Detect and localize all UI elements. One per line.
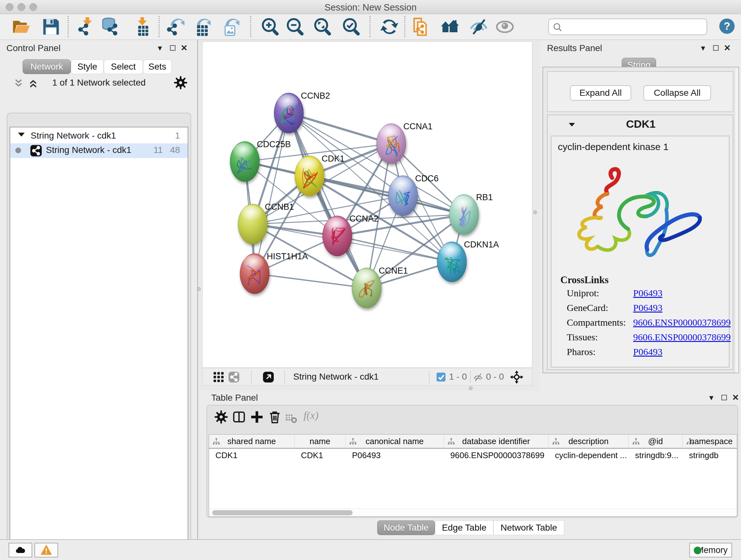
column-header-shared-name[interactable]: shared name (209, 435, 294, 449)
crosslink-link[interactable]: 9606.ENSP00000378699 (633, 332, 731, 343)
export-table-icon[interactable] (192, 17, 211, 37)
table-options-gear-icon[interactable] (214, 410, 228, 424)
table-cell[interactable]: CDK1 (299, 450, 345, 460)
column-header-namespace[interactable]: namespace (683, 435, 737, 449)
table-cell[interactable]: CDK1 (213, 450, 294, 460)
zoom-fit-icon[interactable] (313, 17, 333, 37)
hidden-eye-icon[interactable] (473, 372, 483, 383)
network-node-RB1[interactable] (449, 194, 479, 235)
crosslink-link[interactable]: P06493 (633, 347, 663, 357)
export-network-icon[interactable] (165, 17, 185, 37)
delete-table-icon[interactable] (285, 411, 297, 425)
import-network-database-icon[interactable] (102, 17, 121, 37)
tab-sets[interactable]: Sets (143, 59, 172, 74)
network-collection-row[interactable]: String Network - cdk1 1 (10, 129, 188, 143)
home-icon[interactable] (441, 17, 460, 37)
bottom-splitter-handle[interactable] (469, 386, 473, 390)
tab-network-table[interactable]: Network Table (493, 520, 564, 535)
column-header-id[interactable]: @id (629, 435, 683, 449)
network-node-CCNB2[interactable] (274, 93, 304, 133)
left-splitter-handle[interactable] (197, 287, 201, 291)
results-panel-float-icon[interactable]: ▾ (697, 43, 709, 53)
help-button[interactable]: ? (719, 18, 735, 34)
tab-node-table[interactable]: Node Table (377, 520, 435, 535)
table-cell[interactable]: stringdb (687, 450, 737, 460)
network-node-CDK1[interactable] (295, 156, 324, 196)
memory-button[interactable]: Memory (689, 543, 732, 557)
warnings-button[interactable] (35, 543, 58, 557)
import-network-file-icon[interactable] (77, 17, 96, 37)
crosslink-link[interactable]: P06493 (633, 288, 663, 299)
crosslink-link[interactable]: 9606.ENSP00000378699 (633, 317, 731, 328)
right-splitter-handle[interactable] (533, 210, 537, 214)
show-hide-panel-icon[interactable] (495, 17, 515, 37)
delete-column-trash-icon[interactable] (268, 410, 282, 424)
network-node-CDC6[interactable] (388, 176, 418, 216)
network-edge[interactable] (337, 236, 452, 262)
table-cell[interactable]: P06493 (350, 450, 443, 460)
network-edge[interactable] (289, 113, 367, 288)
birdseye-grid-icon[interactable] (213, 371, 224, 383)
open-session-icon[interactable] (12, 17, 31, 37)
collapse-all-button[interactable]: Collapse All (643, 85, 711, 101)
tab-edge-table[interactable]: Edge Table (435, 520, 493, 535)
table-panel-close-icon[interactable]: ✕ (730, 393, 741, 402)
network-edge[interactable] (289, 113, 391, 144)
column-header-name[interactable]: name (294, 435, 346, 449)
tab-style[interactable]: Style (71, 59, 104, 74)
results-scrollbar[interactable] (735, 68, 738, 373)
function-builder-icon[interactable]: f(x) (304, 409, 319, 422)
column-header-description[interactable]: description (549, 435, 629, 449)
tab-select[interactable]: Select (104, 59, 143, 74)
refresh-icon[interactable] (380, 17, 399, 37)
export-image-icon[interactable] (220, 17, 239, 37)
table-cell[interactable]: stringdb:9... (633, 450, 682, 460)
crosslink-link[interactable]: P06493 (633, 302, 663, 313)
control-panel-float-icon[interactable]: ▾ (154, 43, 165, 53)
string-results-box: Expand All Collapse All CDK1 cyclin-depe… (542, 67, 739, 373)
cloud-button[interactable] (9, 543, 32, 557)
network-node-CDC25B[interactable] (230, 141, 259, 182)
network-node-CCNA1[interactable] (377, 124, 406, 164)
fit-selected-crosshair-icon[interactable] (510, 370, 524, 384)
show-graphics-details-icon[interactable] (469, 17, 488, 37)
save-session-icon[interactable] (42, 17, 61, 37)
control-panel-restore-icon[interactable]: ◻ (167, 43, 178, 52)
table-cell[interactable]: cyclin-dependent ... (553, 450, 628, 460)
results-panel-close-icon[interactable]: ✕ (722, 43, 733, 53)
network-row-selected[interactable]: String Network - cdk1 11 48 (10, 143, 188, 158)
table-horizontal-scrollbar[interactable] (209, 509, 737, 516)
create-column-icon[interactable] (250, 410, 264, 424)
scrollbar-thumb[interactable] (212, 510, 353, 515)
table-cell[interactable]: 9606.ENSP00000378699 (448, 450, 548, 460)
zoom-out-icon[interactable] (286, 17, 305, 37)
selected-checkbox-icon[interactable] (436, 372, 446, 382)
table-panel: Table Panel ▾ ◻ ✕ f(x) shared namenameca… (200, 391, 741, 539)
tab-network[interactable]: Network (23, 59, 71, 74)
control-panel-close-icon[interactable]: ✕ (179, 43, 190, 53)
search-input[interactable] (566, 20, 703, 33)
network-edge[interactable] (255, 273, 367, 288)
hidden-count: 0 - 0 (486, 372, 504, 382)
show-columns-icon[interactable] (232, 410, 246, 424)
column-header-database-identifier[interactable]: database identifier (444, 435, 549, 449)
network-node-CCNA2[interactable] (323, 216, 352, 256)
copy-network-view-icon[interactable] (412, 17, 431, 37)
collection-expand-caret-icon[interactable] (17, 130, 26, 139)
network-options-gear-icon[interactable] (174, 76, 188, 90)
table-panel-float-icon[interactable]: ▾ (706, 393, 717, 402)
network-canvas[interactable]: CCNB2CCNA1CDC25BCDK1CDC6RB1CCNB1CCNA2CDK… (202, 42, 532, 368)
network-node-CDKN1A[interactable] (437, 242, 467, 282)
network-node-CCNE1[interactable] (352, 268, 381, 308)
network-node-CCNB1[interactable] (238, 204, 267, 244)
network-node-HIST1H1A[interactable] (240, 253, 269, 294)
column-header-canonical-name[interactable]: canonical name (346, 435, 444, 449)
expand-all-button[interactable]: Expand All (570, 85, 631, 101)
results-panel-restore-icon[interactable]: ◻ (711, 43, 721, 52)
table-panel-restore-icon[interactable]: ◻ (719, 392, 730, 402)
zoom-selected-icon[interactable] (342, 17, 361, 37)
import-table-file-icon[interactable] (131, 17, 151, 37)
zoom-in-icon[interactable] (261, 17, 280, 37)
open-in-new-window-icon[interactable] (263, 371, 274, 383)
search-field[interactable] (548, 18, 707, 35)
